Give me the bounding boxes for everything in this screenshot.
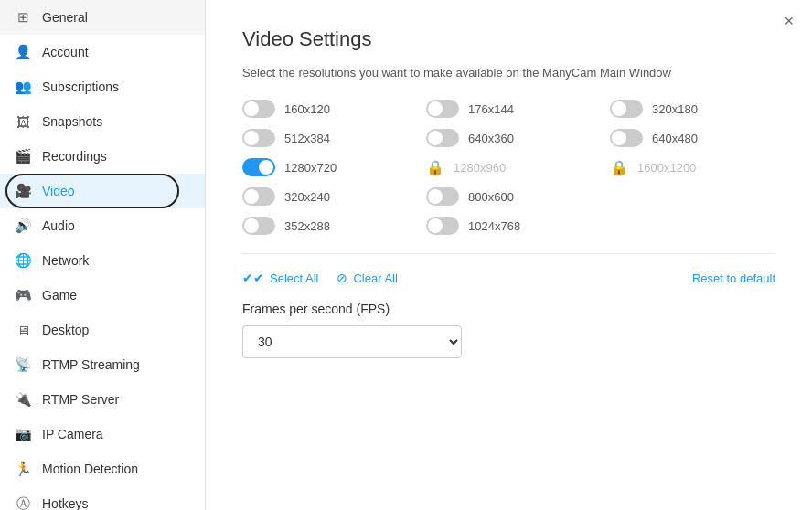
- resolution-item: 160x120: [242, 100, 408, 118]
- resolution-label-512x384: 512x384: [284, 132, 330, 145]
- toggle-1024x768[interactable]: [426, 217, 459, 235]
- sidebar-label-video: Video: [42, 184, 75, 198]
- motion-detection-icon: 🏃: [15, 461, 31, 477]
- ip-camera-icon: 📷: [15, 426, 31, 442]
- sidebar-item-snapshots[interactable]: 🖼Snapshots: [0, 104, 205, 139]
- close-button[interactable]: ×: [784, 13, 794, 29]
- game-icon: 🎮: [15, 287, 31, 303]
- resolution-item: 1280x720: [242, 158, 408, 176]
- resolution-label-320x240: 320x240: [284, 190, 330, 204]
- sidebar-item-video[interactable]: 🎥Video: [0, 174, 205, 208]
- resolution-item: 512x384: [242, 129, 408, 147]
- toggle-slider-176x144: [426, 100, 459, 118]
- toggle-352x288[interactable]: [242, 217, 275, 235]
- sidebar-item-ip-camera[interactable]: 📷IP Camera: [0, 417, 205, 452]
- resolution-label-800x600: 800x600: [468, 190, 514, 204]
- toggle-1280x720[interactable]: [242, 158, 275, 176]
- toggle-slider-160x120: [242, 100, 275, 118]
- hotkeys-icon: Ⓐ: [15, 495, 31, 510]
- sidebar-item-audio[interactable]: 🔊Audio: [0, 208, 205, 243]
- sidebar-label-snapshots: Snapshots: [42, 114, 102, 129]
- recordings-icon: 🎬: [15, 148, 31, 165]
- resolution-label-640x480: 640x480: [652, 132, 698, 145]
- toggle-160x120[interactable]: [242, 100, 275, 118]
- sidebar-item-rtmp-server[interactable]: 🔌RTMP Server: [0, 382, 205, 417]
- toggle-640x480[interactable]: [610, 129, 643, 147]
- clear-all-label: Clear All: [353, 271, 397, 285]
- sidebar-label-audio: Audio: [42, 218, 75, 233]
- toggle-512x384[interactable]: [242, 129, 275, 147]
- sidebar-label-rtmp-server: RTMP Server: [42, 392, 119, 407]
- actions-row: ✔✔ Select All ⊘ Clear All Reset to defau…: [242, 271, 775, 285]
- fps-section: Frames per second (FPS) 152024253060: [242, 302, 775, 358]
- sidebar-item-game[interactable]: 🎮Game: [0, 278, 205, 313]
- sidebar-label-rtmp-streaming: RTMP Streaming: [42, 357, 140, 372]
- sidebar-item-hotkeys[interactable]: ⒶHotkeys: [0, 486, 205, 510]
- resolution-item: 352x288: [242, 217, 408, 235]
- divider: [242, 253, 775, 254]
- sidebar-item-rtmp-streaming[interactable]: 📡RTMP Streaming: [0, 347, 205, 382]
- select-all-button[interactable]: ✔✔ Select All: [242, 271, 318, 285]
- resolution-item: 1024x768: [426, 217, 592, 235]
- toggle-slider-640x480: [610, 129, 643, 147]
- sidebar-item-general[interactable]: ⊞General: [0, 0, 205, 35]
- description: Select the resolutions you want to make …: [242, 66, 775, 80]
- fps-select[interactable]: 152024253060: [242, 325, 462, 358]
- lock-icon: 🔒: [426, 159, 444, 176]
- sidebar-label-motion-detection: Motion Detection: [42, 462, 138, 476]
- subscriptions-icon: 👥: [15, 79, 31, 95]
- toggle-800x600[interactable]: [426, 187, 459, 206]
- resolution-item: 320x180: [610, 100, 775, 118]
- toggle-320x180[interactable]: [610, 100, 643, 118]
- sidebar-label-network: Network: [42, 253, 89, 268]
- snapshots-icon: 🖼: [15, 113, 31, 130]
- sidebar-label-subscriptions: Subscriptions: [42, 80, 119, 94]
- sidebar-item-desktop[interactable]: 🖥Desktop: [0, 313, 205, 347]
- resolution-grid: 160x120176x144320x180512x384640x360640x4…: [242, 100, 775, 235]
- sidebar-label-desktop: Desktop: [42, 323, 89, 337]
- rtmp-server-icon: 🔌: [15, 391, 31, 408]
- toggle-slider-800x600: [426, 187, 459, 206]
- toggle-slider-1280x720: [242, 158, 275, 176]
- sidebar-label-account: Account: [42, 45, 89, 59]
- toggle-320x240[interactable]: [242, 187, 275, 206]
- clear-all-button[interactable]: ⊘ Clear All: [337, 271, 397, 285]
- resolution-item: [610, 187, 775, 206]
- fps-label: Frames per second (FPS): [242, 302, 775, 316]
- resolution-item: 🔒1600x1200: [610, 158, 775, 176]
- resolution-item: 640x480: [610, 129, 775, 147]
- resolution-item: 320x240: [242, 187, 408, 206]
- sidebar-label-ip-camera: IP Camera: [42, 427, 103, 441]
- reset-button[interactable]: Reset to default: [692, 271, 775, 285]
- network-icon: 🌐: [15, 252, 31, 269]
- toggle-slider-320x180: [610, 100, 643, 118]
- clear-all-icon: ⊘: [337, 271, 347, 285]
- sidebar-item-account[interactable]: 👤Account: [0, 35, 205, 69]
- resolution-label-352x288: 352x288: [284, 219, 330, 233]
- toggle-176x144[interactable]: [426, 100, 459, 118]
- resolution-item: 640x360: [426, 129, 592, 147]
- sidebar-item-subscriptions[interactable]: 👥Subscriptions: [0, 69, 205, 104]
- sidebar-label-recordings: Recordings: [42, 149, 107, 164]
- resolution-label-320x180: 320x180: [652, 102, 698, 116]
- select-all-label: Select All: [270, 271, 318, 285]
- resolution-item: 176x144: [426, 100, 592, 118]
- resolution-label-160x120: 160x120: [284, 102, 330, 116]
- toggle-slider-640x360: [426, 129, 459, 147]
- sidebar-label-game: Game: [42, 288, 77, 303]
- toggle-slider-352x288: [242, 217, 275, 235]
- sidebar-item-recordings[interactable]: 🎬Recordings: [0, 139, 205, 174]
- audio-icon: 🔊: [15, 218, 31, 234]
- toggle-640x360[interactable]: [426, 129, 459, 147]
- main-content: × Video Settings Select the resolutions …: [206, 0, 812, 510]
- general-icon: ⊞: [15, 9, 31, 26]
- sidebar-item-network[interactable]: 🌐Network: [0, 243, 205, 278]
- toggle-slider-1024x768: [426, 217, 459, 235]
- resolution-label-1280x960: 1280x960: [454, 161, 506, 175]
- rtmp-streaming-icon: 📡: [15, 356, 31, 373]
- resolution-label-176x144: 176x144: [468, 102, 514, 116]
- reset-label: Reset to default: [692, 271, 775, 285]
- toggle-slider-320x240: [242, 187, 275, 206]
- sidebar-item-motion-detection[interactable]: 🏃Motion Detection: [0, 452, 205, 486]
- page-title: Video Settings: [242, 27, 775, 51]
